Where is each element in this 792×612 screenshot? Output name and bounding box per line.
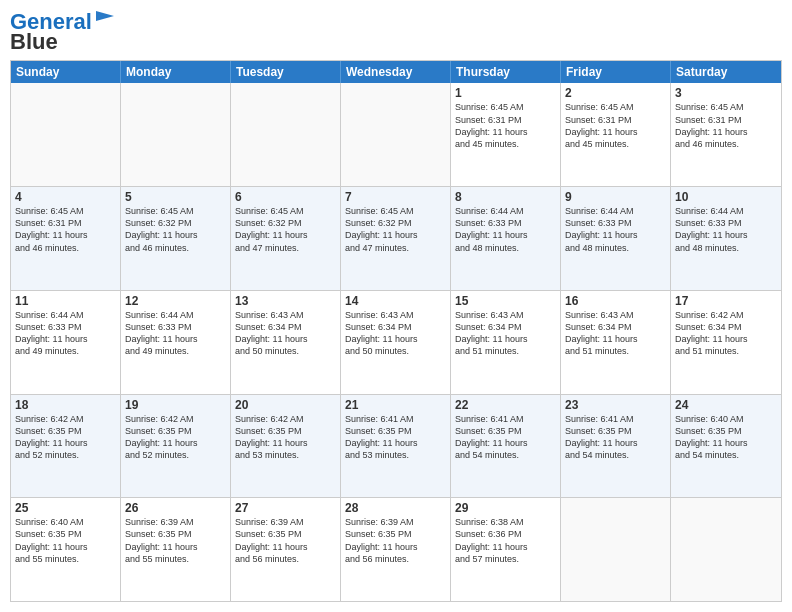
page: General Blue SundayMondayTuesdayWednesda…: [0, 0, 792, 612]
day-number: 6: [235, 190, 336, 204]
day-number: 24: [675, 398, 777, 412]
day-number: 20: [235, 398, 336, 412]
cal-cell: 4Sunrise: 6:45 AM Sunset: 6:31 PM Daylig…: [11, 187, 121, 290]
logo: General Blue: [10, 10, 116, 54]
cal-cell: 21Sunrise: 6:41 AM Sunset: 6:35 PM Dayli…: [341, 395, 451, 498]
cal-cell: 6Sunrise: 6:45 AM Sunset: 6:32 PM Daylig…: [231, 187, 341, 290]
day-info: Sunrise: 6:45 AM Sunset: 6:31 PM Dayligh…: [675, 101, 777, 150]
cal-cell: [231, 83, 341, 186]
day-number: 26: [125, 501, 226, 515]
day-number: 19: [125, 398, 226, 412]
day-info: Sunrise: 6:44 AM Sunset: 6:33 PM Dayligh…: [565, 205, 666, 254]
day-number: 7: [345, 190, 446, 204]
day-info: Sunrise: 6:43 AM Sunset: 6:34 PM Dayligh…: [455, 309, 556, 358]
header-cell-saturday: Saturday: [671, 61, 781, 83]
logo-flag-icon: [94, 9, 116, 27]
cal-cell: 27Sunrise: 6:39 AM Sunset: 6:35 PM Dayli…: [231, 498, 341, 601]
cal-cell: 28Sunrise: 6:39 AM Sunset: 6:35 PM Dayli…: [341, 498, 451, 601]
cal-cell: 3Sunrise: 6:45 AM Sunset: 6:31 PM Daylig…: [671, 83, 781, 186]
calendar-body: 1Sunrise: 6:45 AM Sunset: 6:31 PM Daylig…: [11, 83, 781, 601]
day-number: 11: [15, 294, 116, 308]
header-cell-thursday: Thursday: [451, 61, 561, 83]
day-number: 21: [345, 398, 446, 412]
cal-cell: 11Sunrise: 6:44 AM Sunset: 6:33 PM Dayli…: [11, 291, 121, 394]
header-cell-sunday: Sunday: [11, 61, 121, 83]
svg-marker-0: [96, 11, 114, 21]
week-row-1: 1Sunrise: 6:45 AM Sunset: 6:31 PM Daylig…: [11, 83, 781, 186]
day-info: Sunrise: 6:45 AM Sunset: 6:31 PM Dayligh…: [15, 205, 116, 254]
day-number: 12: [125, 294, 226, 308]
logo-blue: Blue: [10, 29, 58, 54]
header-cell-tuesday: Tuesday: [231, 61, 341, 83]
day-info: Sunrise: 6:44 AM Sunset: 6:33 PM Dayligh…: [125, 309, 226, 358]
day-info: Sunrise: 6:45 AM Sunset: 6:32 PM Dayligh…: [235, 205, 336, 254]
header-cell-friday: Friday: [561, 61, 671, 83]
calendar: SundayMondayTuesdayWednesdayThursdayFrid…: [10, 60, 782, 602]
week-row-4: 18Sunrise: 6:42 AM Sunset: 6:35 PM Dayli…: [11, 394, 781, 498]
day-info: Sunrise: 6:39 AM Sunset: 6:35 PM Dayligh…: [345, 516, 446, 565]
day-number: 5: [125, 190, 226, 204]
cal-cell: [11, 83, 121, 186]
day-number: 27: [235, 501, 336, 515]
cal-cell: [341, 83, 451, 186]
day-info: Sunrise: 6:45 AM Sunset: 6:31 PM Dayligh…: [455, 101, 556, 150]
cal-cell: 8Sunrise: 6:44 AM Sunset: 6:33 PM Daylig…: [451, 187, 561, 290]
cal-cell: 15Sunrise: 6:43 AM Sunset: 6:34 PM Dayli…: [451, 291, 561, 394]
day-number: 23: [565, 398, 666, 412]
calendar-header: SundayMondayTuesdayWednesdayThursdayFrid…: [11, 61, 781, 83]
day-number: 16: [565, 294, 666, 308]
cal-cell: 16Sunrise: 6:43 AM Sunset: 6:34 PM Dayli…: [561, 291, 671, 394]
cal-cell: 9Sunrise: 6:44 AM Sunset: 6:33 PM Daylig…: [561, 187, 671, 290]
day-info: Sunrise: 6:44 AM Sunset: 6:33 PM Dayligh…: [455, 205, 556, 254]
cal-cell: 17Sunrise: 6:42 AM Sunset: 6:34 PM Dayli…: [671, 291, 781, 394]
day-number: 28: [345, 501, 446, 515]
day-info: Sunrise: 6:42 AM Sunset: 6:35 PM Dayligh…: [15, 413, 116, 462]
day-number: 14: [345, 294, 446, 308]
cal-cell: 24Sunrise: 6:40 AM Sunset: 6:35 PM Dayli…: [671, 395, 781, 498]
day-info: Sunrise: 6:43 AM Sunset: 6:34 PM Dayligh…: [565, 309, 666, 358]
cal-cell: 13Sunrise: 6:43 AM Sunset: 6:34 PM Dayli…: [231, 291, 341, 394]
cal-cell: 5Sunrise: 6:45 AM Sunset: 6:32 PM Daylig…: [121, 187, 231, 290]
day-number: 17: [675, 294, 777, 308]
day-info: Sunrise: 6:45 AM Sunset: 6:31 PM Dayligh…: [565, 101, 666, 150]
day-info: Sunrise: 6:39 AM Sunset: 6:35 PM Dayligh…: [125, 516, 226, 565]
cal-cell: 1Sunrise: 6:45 AM Sunset: 6:31 PM Daylig…: [451, 83, 561, 186]
cal-cell: 29Sunrise: 6:38 AM Sunset: 6:36 PM Dayli…: [451, 498, 561, 601]
day-number: 4: [15, 190, 116, 204]
cal-cell: 18Sunrise: 6:42 AM Sunset: 6:35 PM Dayli…: [11, 395, 121, 498]
day-info: Sunrise: 6:40 AM Sunset: 6:35 PM Dayligh…: [675, 413, 777, 462]
day-number: 25: [15, 501, 116, 515]
day-info: Sunrise: 6:41 AM Sunset: 6:35 PM Dayligh…: [565, 413, 666, 462]
day-number: 3: [675, 86, 777, 100]
day-number: 9: [565, 190, 666, 204]
day-info: Sunrise: 6:42 AM Sunset: 6:34 PM Dayligh…: [675, 309, 777, 358]
day-number: 13: [235, 294, 336, 308]
day-number: 2: [565, 86, 666, 100]
day-info: Sunrise: 6:40 AM Sunset: 6:35 PM Dayligh…: [15, 516, 116, 565]
week-row-2: 4Sunrise: 6:45 AM Sunset: 6:31 PM Daylig…: [11, 186, 781, 290]
cal-cell: 19Sunrise: 6:42 AM Sunset: 6:35 PM Dayli…: [121, 395, 231, 498]
day-info: Sunrise: 6:45 AM Sunset: 6:32 PM Dayligh…: [345, 205, 446, 254]
day-info: Sunrise: 6:45 AM Sunset: 6:32 PM Dayligh…: [125, 205, 226, 254]
day-number: 10: [675, 190, 777, 204]
cal-cell: 23Sunrise: 6:41 AM Sunset: 6:35 PM Dayli…: [561, 395, 671, 498]
day-number: 18: [15, 398, 116, 412]
day-number: 29: [455, 501, 556, 515]
cal-cell: 20Sunrise: 6:42 AM Sunset: 6:35 PM Dayli…: [231, 395, 341, 498]
day-number: 15: [455, 294, 556, 308]
day-info: Sunrise: 6:43 AM Sunset: 6:34 PM Dayligh…: [345, 309, 446, 358]
cal-cell: 2Sunrise: 6:45 AM Sunset: 6:31 PM Daylig…: [561, 83, 671, 186]
week-row-3: 11Sunrise: 6:44 AM Sunset: 6:33 PM Dayli…: [11, 290, 781, 394]
day-info: Sunrise: 6:42 AM Sunset: 6:35 PM Dayligh…: [125, 413, 226, 462]
cal-cell: [121, 83, 231, 186]
cal-cell: 26Sunrise: 6:39 AM Sunset: 6:35 PM Dayli…: [121, 498, 231, 601]
week-row-5: 25Sunrise: 6:40 AM Sunset: 6:35 PM Dayli…: [11, 497, 781, 601]
header-cell-monday: Monday: [121, 61, 231, 83]
cal-cell: 22Sunrise: 6:41 AM Sunset: 6:35 PM Dayli…: [451, 395, 561, 498]
cal-cell: 12Sunrise: 6:44 AM Sunset: 6:33 PM Dayli…: [121, 291, 231, 394]
day-info: Sunrise: 6:43 AM Sunset: 6:34 PM Dayligh…: [235, 309, 336, 358]
cal-cell: 7Sunrise: 6:45 AM Sunset: 6:32 PM Daylig…: [341, 187, 451, 290]
day-info: Sunrise: 6:44 AM Sunset: 6:33 PM Dayligh…: [15, 309, 116, 358]
day-info: Sunrise: 6:44 AM Sunset: 6:33 PM Dayligh…: [675, 205, 777, 254]
day-info: Sunrise: 6:41 AM Sunset: 6:35 PM Dayligh…: [455, 413, 556, 462]
